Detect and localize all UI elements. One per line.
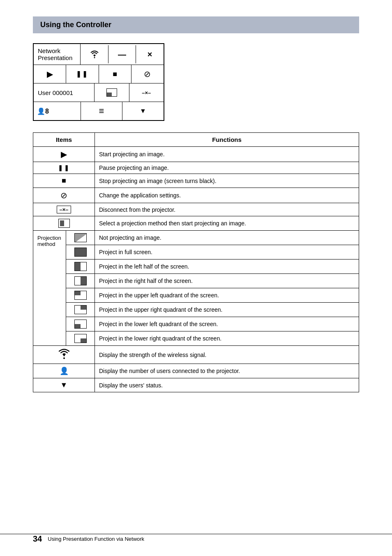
disconnect-icon-cell: –×– xyxy=(33,203,95,216)
controller-row-2: ▶ ❚❚ ■ ⊘ xyxy=(34,65,164,83)
upper-left-function: Project in the upper left quadrant of th… xyxy=(95,288,359,303)
screen-select-button-ui[interactable] xyxy=(95,83,129,102)
upper-right-icon xyxy=(66,303,95,317)
pause-function: Pause projecting an image. xyxy=(95,162,359,174)
play-function: Start projecting an image. xyxy=(95,147,359,162)
table-row: ⊘ Change the application settings. xyxy=(33,188,359,203)
full-screen-icon xyxy=(66,245,95,259)
pause-icon-cell: ❚❚ xyxy=(33,162,95,174)
pause-button-ui[interactable]: ❚❚ xyxy=(66,65,99,83)
table-row-proj-right: Project in the right half of the screen. xyxy=(33,274,359,288)
wifi-function: Display the strength of the wireless sig… xyxy=(95,346,359,364)
functions-table: Items Functions ▶ Start projecting an im… xyxy=(33,132,359,392)
play-button-ui[interactable]: ▶ xyxy=(34,65,66,83)
table-row: ▶ Start projecting an image. xyxy=(33,147,359,162)
left-half-function: Project in the left half of the screen. xyxy=(95,259,359,274)
table-row: ❚❚ Pause projecting an image. xyxy=(33,162,359,174)
controller-ui-mockup: NetworkPresentation — × ▶ ❚❚ ■ ⊘ User 00… xyxy=(33,43,164,121)
select-proj-function: Select a projection method then start pr… xyxy=(95,216,359,231)
upper-left-icon xyxy=(66,288,95,303)
stop-function: Stop projecting an image (screen turns b… xyxy=(95,174,359,188)
table-row-proj-left: Project in the left half of the screen. xyxy=(33,259,359,274)
items-header: Items xyxy=(33,133,95,147)
down-arrow-cell[interactable]: ▼ xyxy=(122,102,164,120)
table-row-proj-upper-right: Project in the upper right quadrant of t… xyxy=(33,303,359,317)
disconnect-button-ui[interactable]: –×– xyxy=(129,83,164,102)
table-row-proj-full: Project in full screen. xyxy=(33,245,359,259)
table-row-down: ▼ Display the users' status. xyxy=(33,378,359,392)
user-count-icon: 👤 xyxy=(33,364,95,378)
controller-row-3: User 000001 –×– xyxy=(34,83,164,102)
table-row-wifi: Display the strength of the wireless sig… xyxy=(33,346,359,364)
controller-row-1: NetworkPresentation — × xyxy=(34,44,164,65)
table-row-proj-lower-right: Project in the lower right quadrant of t… xyxy=(33,331,359,346)
table-row: Select a projection method then start pr… xyxy=(33,216,359,231)
projection-method-label: Projectionmethod xyxy=(33,231,66,346)
lower-right-function: Project in the lower right quadrant of t… xyxy=(95,331,359,346)
settings-function: Change the application settings. xyxy=(95,188,359,203)
footer-text: Using Presentation Function via Network xyxy=(48,536,144,542)
network-presentation-label: NetworkPresentation xyxy=(34,44,81,65)
table-row-user: 👤 Display the number of users connected … xyxy=(33,364,359,378)
page-container: Using the Controller NetworkPresentation… xyxy=(0,0,392,433)
right-half-icon xyxy=(66,274,95,288)
svg-point-0 xyxy=(94,57,95,58)
disconnect-function: Disconnect from the projector. xyxy=(95,203,359,216)
title-text: Using the Controller xyxy=(40,21,111,29)
not-proj-icon xyxy=(66,231,95,245)
not-proj-function: Not projecting an image. xyxy=(95,231,359,245)
upper-right-function: Project in the upper right quadrant of t… xyxy=(95,303,359,317)
wifi-icon-cell xyxy=(81,45,108,63)
stop-icon-cell: ■ xyxy=(33,174,95,188)
close-cell[interactable]: × xyxy=(136,45,164,63)
table-row: –×– Disconnect from the projector. xyxy=(33,203,359,216)
settings-icon-cell: ⊘ xyxy=(33,188,95,203)
wifi-signal-icon xyxy=(33,346,95,364)
right-half-function: Project in the right half of the screen. xyxy=(95,274,359,288)
stop-button-ui[interactable]: ■ xyxy=(99,65,131,83)
select-proj-icon-cell xyxy=(33,216,95,231)
left-half-icon xyxy=(66,259,95,274)
section-title: Using the Controller xyxy=(33,16,359,33)
page-number: 34 xyxy=(33,534,42,544)
controller-row-4: 👤8 ≡ ▼ xyxy=(34,102,164,120)
user-count-function: Display the number of users connected to… xyxy=(95,364,359,378)
lower-right-icon xyxy=(66,331,95,346)
lines-cell: ≡ xyxy=(81,102,122,120)
down-arrow-function: Display the users' status. xyxy=(95,378,359,392)
page-footer: 34 Using Presentation Function via Netwo… xyxy=(0,534,392,544)
dash-cell: — xyxy=(108,45,136,63)
play-icon-cell: ▶ xyxy=(33,147,95,162)
functions-header: Functions xyxy=(95,133,359,147)
settings-button-ui[interactable]: ⊘ xyxy=(131,65,164,83)
user-count-cell: 👤8 xyxy=(34,102,81,120)
down-arrow-icon: ▼ xyxy=(33,378,95,392)
table-row-proj-not: Projectionmethod Not projecting an image… xyxy=(33,231,359,245)
table-row-proj-lower-left: Project in the lower left quadrant of th… xyxy=(33,317,359,331)
table-row: ■ Stop projecting an image (screen turns… xyxy=(33,174,359,188)
svg-point-1 xyxy=(63,357,65,359)
table-row-proj-upper-left: Project in the upper left quadrant of th… xyxy=(33,288,359,303)
user-label: User 000001 xyxy=(34,83,95,102)
lower-left-function: Project in the lower left quadrant of th… xyxy=(95,317,359,331)
lower-left-icon xyxy=(66,317,95,331)
full-screen-function: Project in full screen. xyxy=(95,245,359,259)
